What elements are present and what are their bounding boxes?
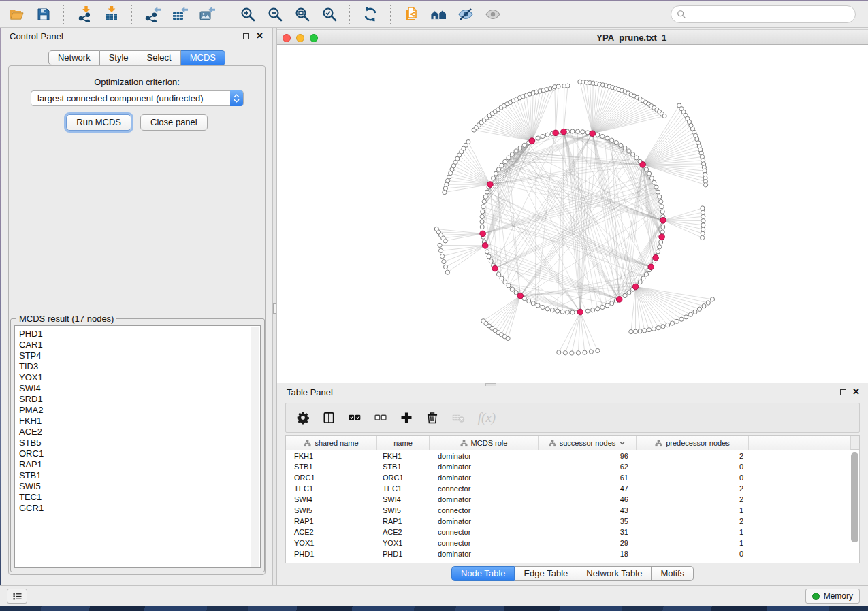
tab-select[interactable]: Select [138, 50, 181, 65]
column-header-MCDS-role[interactable]: MCDS role [430, 436, 539, 450]
zoom-selected-button[interactable] [316, 3, 343, 26]
network-canvas[interactable] [277, 45, 868, 383]
mcds-result-item[interactable]: STP4 [19, 350, 260, 361]
table-cell: RAP1 [286, 516, 377, 527]
table-row[interactable]: FKH1FKH1dominator962 [286, 450, 859, 461]
network-window-titlebar[interactable]: YPA_prune.txt_1 [277, 29, 868, 45]
table-row[interactable]: STB1STB1dominator620 [286, 461, 859, 472]
column-header-predecessor-nodes[interactable]: predecessor nodes [637, 436, 749, 450]
add-column-button[interactable] [399, 410, 414, 425]
table-settings-button[interactable] [295, 410, 310, 425]
mcds-result-item[interactable]: STB1 [19, 470, 260, 481]
export-network-button[interactable] [139, 3, 166, 26]
mcds-result-list[interactable]: PHD1CAR1STP4TID3YOX1SWI4SRD1PMA2FKH1ACE2… [14, 325, 261, 568]
folder-open-icon [8, 6, 25, 22]
table-close-icon[interactable]: ✕ [852, 389, 860, 395]
table-row[interactable]: SWI5SWI5connector431 [286, 505, 859, 516]
memory-button[interactable]: Memory [805, 589, 860, 604]
table-cell: 43 [539, 505, 637, 516]
table-row[interactable]: ORC1ORC1dominator610 [286, 472, 859, 483]
table-row[interactable]: RAP1RAP1dominator352 [286, 516, 859, 527]
export-image-button[interactable] [193, 3, 221, 26]
memory-status-icon [812, 593, 820, 600]
mcds-result-item[interactable]: SWI5 [19, 481, 260, 492]
optimization-criterion-select[interactable]: largest connected component (undirected) [31, 90, 244, 106]
mcds-result-item[interactable]: TID3 [19, 361, 260, 372]
mcds-result-item[interactable]: YOX1 [19, 372, 260, 383]
trash-icon [425, 411, 439, 425]
import-network-icon [76, 6, 93, 22]
show-eye-icon [485, 6, 501, 22]
table-row[interactable]: SWI4SWI4dominator462 [286, 494, 859, 505]
mcds-result-item[interactable]: PHD1 [19, 329, 260, 340]
mcds-result-item[interactable]: RAP1 [19, 459, 260, 470]
mcds-result-item[interactable]: SRD1 [19, 394, 260, 405]
vertical-splitter[interactable] [272, 28, 277, 585]
mcds-result-title: MCDS result (17 nodes) [16, 314, 116, 324]
table-body: FKH1FKH1dominator962STB1STB1dominator620… [286, 450, 859, 559]
close-panel-icon[interactable]: ✕ [256, 33, 263, 39]
table-row[interactable]: PHD1PHD1dominator180 [286, 548, 859, 559]
open-session-button[interactable] [3, 3, 30, 26]
table-cell: 0 [637, 461, 749, 472]
table-scrollbar-thumb[interactable] [851, 452, 858, 542]
mcds-result-item[interactable]: SWI4 [19, 383, 260, 394]
window-zoom-button[interactable] [310, 34, 318, 42]
table-cell: 1 [637, 538, 749, 548]
mcds-result-item[interactable]: PMA2 [19, 405, 260, 416]
select-all-button[interactable] [347, 410, 362, 425]
search-field[interactable] [671, 5, 856, 23]
zoom-fit-button[interactable] [289, 3, 316, 26]
tab-edge-table[interactable]: Edge Table [515, 566, 577, 581]
zoom-in-button[interactable] [234, 3, 261, 26]
column-header-name[interactable]: name [377, 436, 430, 450]
wallpaper-bottom-edge [0, 606, 868, 611]
hide-selected-button[interactable] [452, 3, 479, 26]
table-row[interactable]: ACE2ACE2connector311 [286, 527, 859, 538]
deselect-all-button[interactable] [373, 410, 388, 425]
vertical-splitter-grip[interactable] [273, 303, 276, 314]
duplicate-network-button[interactable] [398, 3, 425, 26]
mcds-result-item[interactable]: ACE2 [19, 427, 260, 437]
run-mcds-button[interactable]: Run MCDS [66, 114, 131, 131]
mcds-result-item[interactable]: TEC1 [19, 492, 260, 503]
tab-node-table[interactable]: Node Table [451, 566, 515, 581]
hide-eye-icon [457, 6, 474, 22]
column-header-shared-name[interactable]: shared name [286, 436, 377, 450]
control-panel-tabs: NetworkStyleSelectMCDS [1, 50, 272, 65]
save-session-button[interactable] [30, 3, 57, 26]
tab-network[interactable]: Network [48, 50, 100, 65]
close-panel-button[interactable]: Close panel [140, 114, 208, 131]
show-panels-button[interactable] [7, 589, 27, 604]
first-neighbors-button[interactable] [425, 3, 452, 26]
search-input[interactable] [690, 9, 850, 20]
mcds-result-item[interactable]: FKH1 [19, 416, 260, 427]
window-close-button[interactable] [283, 34, 291, 42]
application-window: Control Panel ✕ NetworkStyleSelectMCDS O… [0, 0, 868, 611]
import-table-button[interactable] [98, 3, 125, 26]
mcds-result-item[interactable]: STB5 [19, 437, 260, 448]
mcds-result-item[interactable]: CAR1 [19, 340, 260, 350]
table-row[interactable]: YOX1YOX1connector291 [286, 538, 859, 548]
main-toolbar-icons [3, 3, 507, 26]
import-network-button[interactable] [71, 3, 98, 26]
tab-style[interactable]: Style [100, 50, 138, 65]
window-minimize-button[interactable] [296, 34, 304, 42]
mcds-result-item[interactable]: GCR1 [19, 503, 260, 514]
show-column-panel-button[interactable] [321, 410, 336, 425]
column-header-successor-nodes[interactable]: successor nodes [539, 436, 637, 450]
horizontal-splitter-grip[interactable] [485, 383, 496, 386]
table-cell: connector [430, 505, 539, 516]
delete-column-button[interactable] [425, 410, 440, 425]
table-float-icon[interactable] [840, 389, 846, 395]
tab-motifs[interactable]: Motifs [652, 566, 694, 581]
apply-layout-button[interactable] [357, 3, 384, 26]
table-row[interactable]: TEC1TEC1connector472 [286, 483, 859, 494]
tab-mcds[interactable]: MCDS [181, 50, 225, 65]
mcds-list-scrollbar[interactable] [251, 327, 259, 567]
export-table-button[interactable] [166, 3, 193, 26]
zoom-out-button[interactable] [261, 3, 289, 26]
float-panel-icon[interactable] [243, 33, 249, 39]
tab-network-table[interactable]: Network Table [577, 566, 652, 581]
mcds-result-item[interactable]: ORC1 [19, 448, 260, 459]
